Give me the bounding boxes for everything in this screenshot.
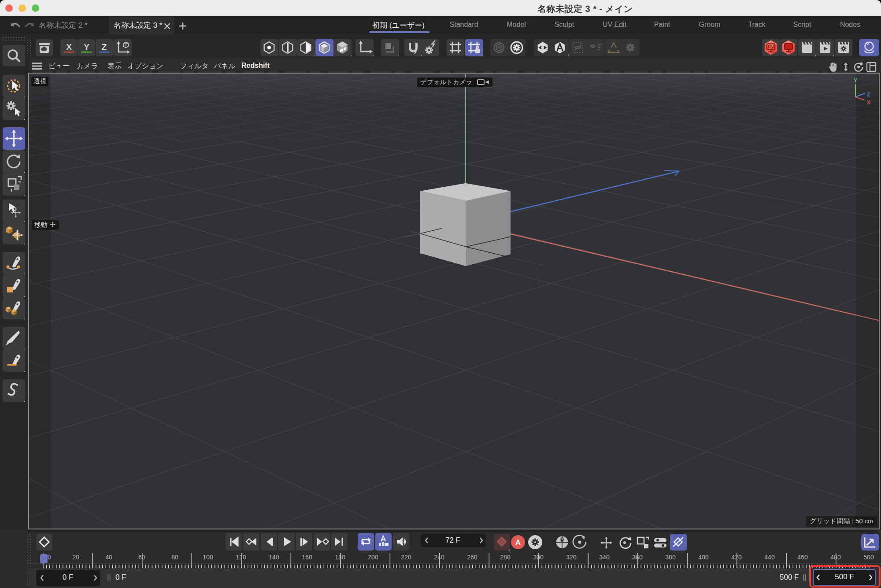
svg-text:RV: RV [768,44,774,49]
svg-text:Y: Y [854,77,858,84]
svg-text:Z: Z [867,91,870,98]
svg-text:Z: Z [102,42,107,52]
svg-text:X: X [867,99,871,106]
svg-text:X: X [66,42,72,52]
svg-text:Y: Y [84,42,89,52]
